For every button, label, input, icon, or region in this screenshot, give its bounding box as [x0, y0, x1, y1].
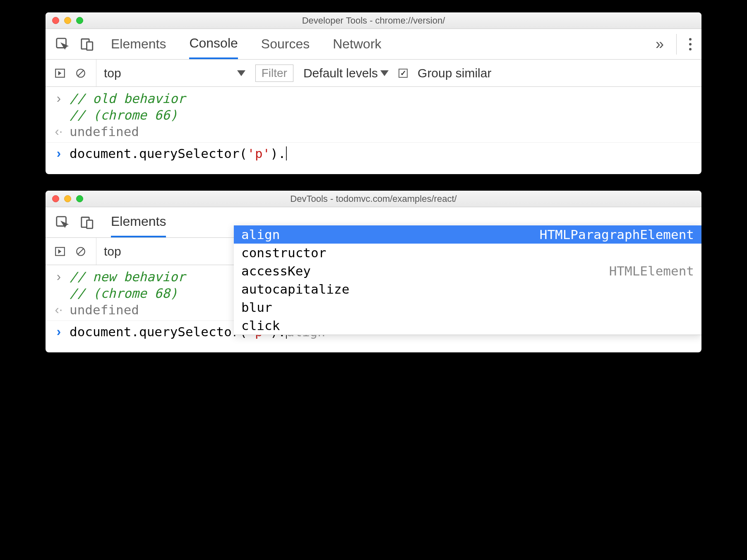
minimize-icon[interactable] — [64, 195, 71, 202]
console-toolbar: top Filter Default levels Group similar — [46, 60, 701, 87]
svg-rect-2 — [87, 42, 93, 50]
autocomplete-item[interactable]: blur — [234, 298, 701, 316]
kebab-menu-icon[interactable] — [689, 38, 692, 50]
prompt-chevron-icon: › — [55, 324, 63, 339]
context-label: top — [104, 66, 121, 80]
autocomplete-label: constructor — [241, 245, 326, 260]
device-icon[interactable] — [80, 215, 94, 230]
autocomplete-item[interactable]: autocapitalize — [234, 280, 701, 298]
autocomplete-hint: HTMLElement — [609, 263, 694, 278]
tab-console[interactable]: Console — [189, 29, 238, 59]
console-body: › // old behavior // (chrome 66) ‹· unde… — [46, 87, 701, 174]
window-title: DevTools - todomvc.com/examples/react/ — [52, 194, 695, 204]
devtools-window-2: DevTools - todomvc.com/examples/react/ E… — [46, 191, 701, 352]
result-chevron-icon: ‹· — [55, 302, 63, 317]
panel-tabs: Elements Console Sources Network — [111, 29, 382, 59]
prompt-chevron-icon: › — [55, 146, 63, 161]
group-similar-label: Group similar — [418, 66, 491, 80]
inspect-icon[interactable] — [55, 215, 70, 230]
traffic-lights — [52, 195, 83, 202]
zoom-icon[interactable] — [76, 195, 83, 202]
input-chevron-icon: › — [55, 269, 63, 284]
chevron-down-icon — [237, 70, 245, 76]
inspect-icon[interactable] — [55, 37, 70, 51]
result-value: undefined — [70, 302, 139, 317]
console-result-line: ‹· undefined — [46, 123, 701, 140]
device-icon[interactable] — [80, 37, 94, 51]
divider — [676, 34, 677, 55]
context-label: top — [104, 244, 121, 258]
result-chevron-icon: ‹· — [55, 124, 63, 139]
tab-network[interactable]: Network — [333, 29, 381, 59]
input-chevron-icon: › — [55, 91, 63, 106]
sidebar-toggle-icon[interactable] — [55, 246, 65, 257]
chevron-down-icon — [380, 70, 389, 76]
autocomplete-item[interactable]: align HTMLParagraphElement — [234, 225, 701, 244]
autocomplete-item[interactable]: constructor — [234, 244, 701, 262]
devtools-window-1: Developer Tools - chrome://version/ Elem… — [46, 12, 701, 174]
autocomplete-label: align — [241, 227, 280, 242]
tab-sources[interactable]: Sources — [261, 29, 310, 59]
minimize-icon[interactable] — [64, 17, 71, 24]
sidebar-toggle-icon[interactable] — [55, 68, 65, 79]
context-selector[interactable]: top — [96, 60, 245, 86]
autocomplete-label: autocapitalize — [241, 282, 349, 297]
traffic-lights — [52, 17, 83, 24]
tab-elements[interactable]: Elements — [111, 207, 166, 237]
autocomplete-label: accessKey — [241, 263, 311, 278]
comment-text: // (chrome 68) — [70, 286, 178, 301]
context-selector[interactable]: top — [96, 238, 121, 265]
svg-line-11 — [78, 249, 84, 254]
svg-rect-8 — [87, 220, 93, 228]
clear-console-icon[interactable] — [75, 246, 86, 257]
comment-text: // (chrome 66) — [70, 108, 178, 122]
filter-input[interactable]: Filter — [255, 65, 293, 82]
autocomplete-popup[interactable]: align HTMLParagraphElement constructor a… — [234, 225, 701, 335]
divider — [46, 142, 701, 143]
autocomplete-item[interactable]: click — [234, 316, 701, 335]
more-tabs-icon[interactable]: » — [656, 36, 664, 53]
autocomplete-hint: HTMLParagraphElement — [540, 227, 694, 242]
group-similar-checkbox[interactable] — [399, 69, 408, 78]
window-title: Developer Tools - chrome://version/ — [52, 15, 695, 26]
clear-console-icon[interactable] — [75, 68, 86, 79]
devtools-toolbar: Elements Console Sources Network » — [46, 29, 701, 60]
text-cursor — [286, 146, 287, 160]
autocomplete-label: click — [241, 318, 280, 333]
console-input-line: › // old behavior — [46, 90, 701, 107]
panel-tabs: Elements — [111, 207, 166, 237]
zoom-icon[interactable] — [76, 17, 83, 24]
svg-line-5 — [78, 70, 84, 76]
comment-text: // new behavior — [70, 269, 185, 284]
tab-elements[interactable]: Elements — [111, 29, 166, 59]
console-input[interactable]: document.querySelector('p'). — [70, 146, 287, 161]
console-prompt-line[interactable]: › document.querySelector('p'). — [46, 145, 701, 162]
titlebar[interactable]: Developer Tools - chrome://version/ — [46, 12, 701, 29]
close-icon[interactable] — [52, 195, 59, 202]
comment-text: // old behavior — [70, 91, 185, 106]
close-icon[interactable] — [52, 17, 59, 24]
autocomplete-label: blur — [241, 300, 272, 315]
console-input-line: // (chrome 66) — [46, 107, 701, 123]
result-value: undefined — [70, 124, 139, 139]
titlebar[interactable]: DevTools - todomvc.com/examples/react/ — [46, 191, 701, 207]
autocomplete-item[interactable]: accessKey HTMLElement — [234, 262, 701, 280]
log-levels-selector[interactable]: Default levels — [303, 66, 389, 80]
